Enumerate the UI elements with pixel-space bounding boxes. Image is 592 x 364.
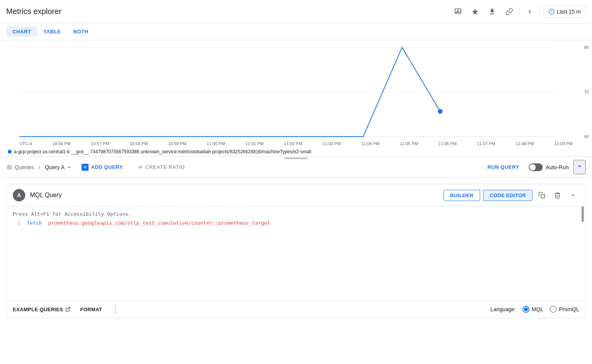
y-label-60: 60 [584, 134, 589, 139]
example-queries-label: EXAMPLE QUERIES [13, 307, 63, 312]
query-panel-title: MQL Query [30, 192, 439, 199]
promql-radio-button[interactable] [550, 306, 557, 313]
x-label-utc: UTC-4 [19, 141, 32, 146]
tab-both[interactable]: BOTH [67, 26, 95, 37]
language-selector: Language: MQL PromQL [490, 306, 579, 313]
query-panel: A MQL Query BUILDER CODE EDITOR Press Al… [6, 184, 586, 318]
time-range-label: Last 15 m [557, 9, 581, 15]
more-options-button[interactable]: ⋮ [111, 305, 119, 314]
x-label-1106: 11:06 PM [439, 141, 457, 146]
x-label-1107: 11:07 PM [477, 141, 495, 146]
time-range-button[interactable]: Last 15 m [543, 6, 586, 17]
svg-rect-6 [7, 167, 12, 167]
builder-button[interactable]: BUILDER [444, 190, 480, 201]
code-line-1: 1 fetch prometheus.googleapis.com/otlp_t… [13, 220, 579, 226]
legend-text: a-gcp-project us-central1-b __gce__ 7447… [14, 149, 311, 154]
mql-radio-button[interactable] [522, 306, 529, 313]
header-actions: Last 15 m [451, 5, 586, 19]
chevron-left-icon-button[interactable] [523, 5, 537, 19]
chart-legend: a-gcp-project us-central1-b __gce__ 7447… [0, 147, 592, 157]
mql-label: MQL [532, 306, 543, 312]
example-queries-button[interactable]: EXAMPLE QUERIES [13, 307, 71, 312]
chart-area: 80 70 60 UTC-4 10:56 PM 10:57 PM 10:58 P… [0, 40, 592, 157]
external-link-icon [65, 307, 71, 312]
create-ratio-label: CREATE RATIO [145, 164, 185, 170]
x-label-1102: 11:02 PM [284, 141, 302, 146]
line-number: 1 [13, 220, 21, 226]
chart-data-point [438, 109, 442, 114]
queries-label-text: Queries [15, 164, 34, 170]
queries-bar: Queries › Query A + ADD QUERY CREATE RAT… [0, 157, 592, 178]
collapse-panel-button[interactable] [567, 189, 579, 201]
add-query-button[interactable]: + ADD QUERY [77, 161, 127, 173]
query-dropdown-icon [66, 164, 72, 170]
auto-run-label: Auto-Run [546, 164, 569, 170]
y-label-70: 70 [584, 90, 589, 94]
queries-chevron-icon: › [38, 164, 40, 170]
svg-rect-5 [7, 165, 12, 166]
promql-radio-option[interactable]: PromQL [550, 306, 579, 313]
mql-radio-option[interactable]: MQL [522, 306, 543, 313]
sparkle-icon-button[interactable] [468, 5, 482, 19]
copy-icon [538, 192, 545, 199]
x-label-1109: 11:09 PM [554, 141, 573, 146]
code-editor[interactable]: Press Alt+F1 for Accessibility Options. … [7, 206, 585, 300]
link-icon-button[interactable] [502, 5, 516, 19]
query-panel-header: A MQL Query BUILDER CODE EDITOR [7, 184, 585, 206]
toggle-knob [529, 164, 536, 170]
y-axis-labels: 80 70 60 [584, 43, 589, 140]
delete-button[interactable] [551, 189, 564, 201]
language-label: Language: [490, 306, 516, 312]
code-editor-button[interactable]: CODE EDITOR [483, 190, 533, 201]
x-label-1105: 11:05 PM [400, 141, 418, 146]
collapse-queries-button[interactable] [573, 160, 586, 174]
chart-tabs: CHART TABLE BOTH [0, 23, 592, 40]
x-label-1103: 11:03 PM [322, 141, 341, 146]
svg-line-9 [68, 307, 70, 310]
tab-table[interactable]: TABLE [37, 26, 67, 37]
add-query-plus-icon: + [82, 164, 89, 171]
download-icon-button[interactable] [485, 5, 499, 19]
toggle-track[interactable] [529, 163, 543, 171]
chevron-up-icon [569, 192, 576, 199]
create-ratio-icon [137, 164, 143, 170]
add-query-label: ADD QUERY [91, 164, 123, 170]
query-panel-actions: BUILDER CODE EDITOR [444, 189, 579, 201]
header-separator [519, 7, 520, 16]
queries-list-icon [6, 164, 12, 170]
query-name: Query A [45, 164, 65, 170]
query-selector[interactable]: Query A [45, 164, 73, 170]
chart-svg [19, 43, 569, 140]
run-query-button[interactable]: RUN QUERY [483, 162, 524, 172]
queries-label[interactable]: Queries [6, 164, 34, 170]
promql-label: PromQL [559, 306, 579, 312]
svg-rect-8 [541, 194, 545, 198]
svg-rect-7 [7, 168, 12, 169]
collapse-icon [576, 162, 583, 170]
page-title: Metrics explorer [6, 7, 61, 16]
delete-icon [554, 192, 561, 199]
code-url: prometheus.googleapis.com/otlp_test_cumu… [48, 220, 270, 226]
code-keyword: fetch [27, 220, 42, 226]
query-avatar: A [13, 189, 25, 201]
legend-dot [8, 150, 12, 154]
x-label-1104: 11:04 PM [361, 141, 380, 146]
x-label-1057: 10:57 PM [91, 141, 109, 146]
y-label-80: 80 [584, 45, 589, 50]
query-panel-footer: EXAMPLE QUERIES FORMAT ⋮ Language: MQL P… [7, 300, 585, 318]
comment-icon-button[interactable] [451, 5, 465, 19]
copy-button[interactable] [536, 189, 548, 201]
auto-run-toggle[interactable]: Auto-Run [529, 163, 569, 171]
x-label-1058: 10:58 PM [129, 141, 148, 146]
tab-chart[interactable]: CHART [6, 26, 37, 37]
create-ratio-button[interactable]: CREATE RATIO [132, 162, 190, 173]
x-label-1059: 10:59 PM [168, 141, 186, 146]
code-scrollbar [582, 206, 584, 222]
x-label-1101: 11:01 PM [246, 141, 264, 146]
x-axis-labels: UTC-4 10:56 PM 10:57 PM 10:58 PM 10:59 P… [0, 140, 592, 147]
queries-right-actions: RUN QUERY Auto-Run [483, 160, 586, 174]
accessibility-hint: Press Alt+F1 for Accessibility Options. [13, 211, 579, 217]
format-button[interactable]: FORMAT [80, 307, 102, 312]
x-label-1056: 10:56 PM [52, 141, 71, 146]
header: Metrics explorer Last 15 m [0, 0, 592, 23]
